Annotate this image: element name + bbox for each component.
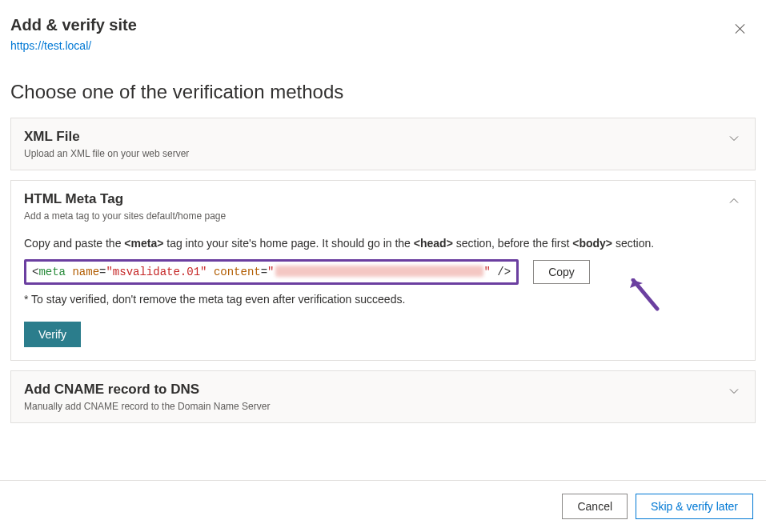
chevron-down-icon: [729, 134, 739, 143]
page-title: Add & verify site: [10, 16, 753, 34]
method-xml-file[interactable]: XML File Upload an XML file on your web …: [10, 118, 756, 170]
meta-tag-code[interactable]: <meta name="msvalidate.01" content="" />: [24, 259, 519, 285]
instruction-text: Copy and paste the <meta> tag into your …: [24, 237, 742, 250]
verify-button[interactable]: Verify: [24, 322, 81, 347]
site-url[interactable]: https://test.local/: [10, 39, 753, 52]
method-html-meta-header[interactable]: HTML Meta Tag Add a meta tag to your sit…: [11, 181, 755, 232]
method-xml-header[interactable]: XML File Upload an XML file on your web …: [11, 118, 755, 170]
chevron-up-icon: [729, 196, 739, 206]
method-html-meta-title: HTML Meta Tag: [24, 191, 729, 207]
panel-header: Add & verify site https://test.local/: [0, 0, 766, 58]
code-row: <meta name="msvalidate.01" content="" />…: [24, 259, 742, 285]
section-heading: Choose one of the verification methods: [0, 58, 766, 118]
method-xml-title: XML File: [24, 129, 729, 145]
method-cname-title: Add CNAME record to DNS: [24, 382, 729, 398]
method-html-meta: HTML Meta Tag Add a meta tag to your sit…: [10, 180, 756, 361]
body-tag-literal: <body>: [572, 237, 612, 250]
redacted-content-value: [275, 266, 483, 277]
cancel-button[interactable]: Cancel: [562, 494, 628, 519]
close-icon[interactable]: [734, 22, 747, 35]
method-html-meta-subtitle: Add a meta tag to your sites default/hom…: [24, 210, 729, 222]
skip-verify-later-button[interactable]: Skip & verify later: [636, 494, 753, 519]
method-xml-subtitle: Upload an XML file on your web server: [24, 148, 729, 159]
copy-button[interactable]: Copy: [533, 260, 590, 284]
method-cname-header[interactable]: Add CNAME record to DNS Manually add CNA…: [11, 371, 755, 422]
meta-tag-literal: <meta>: [124, 237, 163, 250]
method-cname-subtitle: Manually add CNAME record to the Domain …: [24, 401, 729, 412]
footer: Cancel Skip & verify later: [0, 480, 766, 532]
chevron-down-icon: [729, 386, 739, 396]
method-cname[interactable]: Add CNAME record to DNS Manually add CNA…: [10, 370, 756, 423]
head-tag-literal: <head>: [414, 237, 453, 250]
method-html-meta-body: Copy and paste the <meta> tag into your …: [11, 232, 755, 360]
verification-note: * To stay verified, don't remove the met…: [24, 293, 742, 306]
